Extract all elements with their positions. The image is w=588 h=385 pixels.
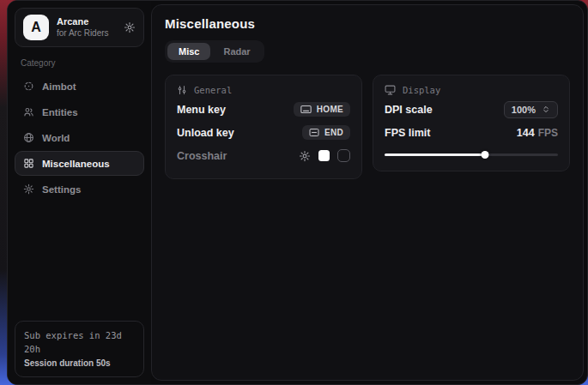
app-meta: Arcane for Arc Riders xyxy=(57,16,109,39)
fps-limit-unit: FPS xyxy=(538,127,558,139)
dpi-scale-label: DPI scale xyxy=(385,104,433,116)
app-name: Arcane xyxy=(57,16,109,28)
sliders-icon xyxy=(177,85,187,95)
menu-keybind-value: HOME xyxy=(317,105,343,114)
sub-expiry-text: Sub expires in 23d 20h xyxy=(24,328,135,357)
fps-limit-readout: 144 FPS xyxy=(517,127,558,139)
cards-row: General Menu key HOME xyxy=(165,75,570,179)
category-label: Category xyxy=(21,58,138,68)
menu-key-row: Menu key HOME xyxy=(177,98,350,121)
unload-key-label: Unload key xyxy=(177,127,234,139)
crosshair-icon xyxy=(23,81,34,92)
crosshair-row: Crosshair xyxy=(177,144,350,167)
tab-radar[interactable]: Radar xyxy=(212,43,261,60)
general-card-title-text: General xyxy=(194,85,232,95)
sidebar-item-miscellaneous[interactable]: Miscellaneous xyxy=(15,151,144,176)
chevron-up-down-icon xyxy=(542,105,550,114)
sidebar-item-settings[interactable]: Settings xyxy=(15,177,144,202)
crosshair-color-swatch[interactable] xyxy=(318,150,330,161)
crosshair-label: Crosshair xyxy=(177,150,227,162)
sidebar-item-entities[interactable]: Entities xyxy=(15,99,144,124)
globe-icon xyxy=(23,132,34,143)
sidebar-item-world[interactable]: World xyxy=(15,125,144,150)
sidebar-item-label: Entities xyxy=(42,107,78,117)
main-panel: Miscellaneous Misc Radar General xyxy=(151,4,584,381)
crosshair-controls xyxy=(299,149,350,162)
app-header-card[interactable]: A Arcane for Arc Riders xyxy=(15,8,144,47)
app-logo: A xyxy=(23,15,49,40)
general-card-title: General xyxy=(177,85,350,95)
sidebar-item-label: Miscellaneous xyxy=(42,159,110,169)
slider-thumb[interactable] xyxy=(482,151,489,159)
crosshair-checkbox[interactable] xyxy=(337,149,350,162)
dpi-scale-value: 100% xyxy=(512,105,536,115)
general-card: General Menu key HOME xyxy=(165,75,362,179)
tab-misc[interactable]: Misc xyxy=(167,43,210,60)
keyboard-icon xyxy=(300,105,312,114)
gear-icon xyxy=(23,183,34,195)
dpi-scale-select[interactable]: 100% xyxy=(504,101,558,118)
display-card: Display DPI scale 100% FPS limit xyxy=(373,75,570,171)
unload-key-row: Unload key END xyxy=(177,121,350,144)
menu-keybind-chip[interactable]: HOME xyxy=(294,102,350,117)
display-card-title: Display xyxy=(385,85,558,95)
display-card-title-text: Display xyxy=(403,85,440,95)
session-duration-text: Session duration 50s xyxy=(24,357,135,370)
tab-bar: Misc Radar xyxy=(165,40,264,63)
gear-icon[interactable] xyxy=(299,150,311,162)
sidebar-item-label: Aimbot xyxy=(42,81,76,92)
app-window: A Arcane for Arc Riders Category Aimbot xyxy=(7,0,588,385)
fps-limit-value: 144 xyxy=(517,127,535,139)
sidebar-item-aimbot[interactable]: Aimbot xyxy=(15,74,144,99)
subscription-info-card: Sub expires in 23d 20h Session duration … xyxy=(15,321,144,377)
sidebar: A Arcane for Arc Riders Category Aimbot xyxy=(8,1,151,384)
slider-fill xyxy=(385,153,485,156)
sidebar-item-label: World xyxy=(42,133,70,143)
unload-keybind-value: END xyxy=(324,128,343,137)
page-title: Miscellaneous xyxy=(165,16,570,31)
fps-limit-row: FPS limit 144 FPS xyxy=(385,121,558,144)
menu-key-label: Menu key xyxy=(177,104,226,116)
fps-limit-slider[interactable] xyxy=(385,150,558,159)
dpi-scale-row: DPI scale 100% xyxy=(385,98,558,121)
sidebar-item-label: Settings xyxy=(42,184,81,195)
gear-icon[interactable] xyxy=(124,21,136,33)
app-subtitle: for Arc Riders xyxy=(57,28,109,39)
key-icon xyxy=(309,128,319,137)
monitor-icon xyxy=(385,85,396,95)
fps-limit-label: FPS limit xyxy=(385,127,430,139)
unload-keybind-chip[interactable]: END xyxy=(302,125,350,140)
entities-icon xyxy=(23,106,34,117)
grid-icon xyxy=(23,158,34,169)
